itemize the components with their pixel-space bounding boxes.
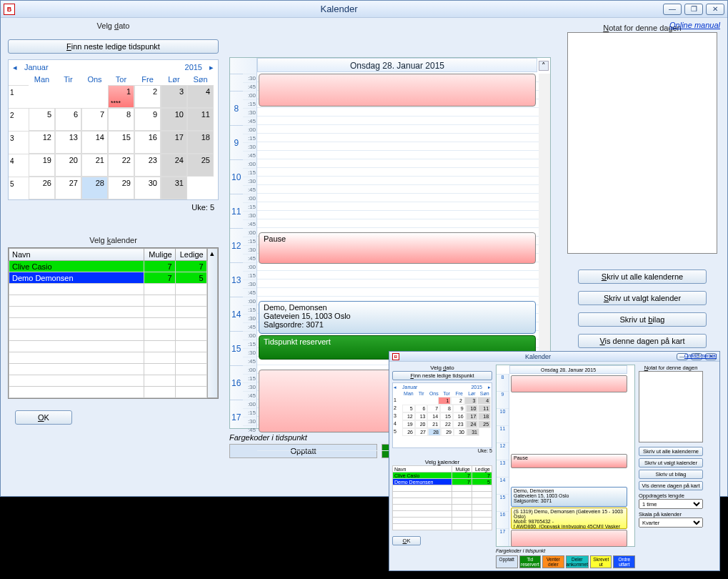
appointment-pause[interactable]: Pause [259, 232, 536, 264]
kal-row-empty[interactable] [9, 307, 207, 318]
kal-row-empty[interactable] [9, 295, 207, 307]
kal-row-empty[interactable] [9, 375, 207, 387]
right-button-3[interactable]: Vis denne dagen på kart [578, 334, 707, 348]
preview-day-header: Onsdag 28. Januar 2015 [509, 365, 627, 374]
close-button[interactable]: ✕ [706, 4, 724, 15]
cal-day-13[interactable]: 13 [55, 131, 81, 154]
right-button-1[interactable]: Skriv ut valgt kalender [578, 291, 707, 305]
preview-pause[interactable]: Pause [511, 454, 627, 468]
preview-right-button-1[interactable]: Skriv ut valgt kalender [639, 458, 703, 467]
kalender-scrollbar[interactable]: ▴ [207, 248, 218, 398]
cal-day-4[interactable]: 4 [187, 85, 214, 108]
kal-row[interactable]: Clive Casio77 [9, 261, 207, 272]
cal-day-5[interactable]: 5 [29, 108, 55, 131]
preview-finn-neste[interactable]: Finn neste ledige tidspunkt [392, 371, 492, 380]
cal-day-28[interactable]: 28 [81, 177, 108, 199]
col-mulige[interactable]: Mulige [144, 249, 175, 261]
cal-day-6[interactable]: 6 [55, 108, 81, 131]
cal-day-20[interactable]: 20 [55, 154, 81, 177]
next-month-button[interactable]: ▸ [205, 60, 218, 75]
finn-neste-button[interactable]: Finn neste ledige tidspunkt [8, 39, 219, 54]
col-navn[interactable]: Navn [9, 249, 144, 261]
cal-day-12[interactable]: 12 [29, 131, 55, 154]
cal-day-1[interactable]: 1**** [108, 85, 134, 108]
online-manual-link[interactable]: Online manual [669, 21, 720, 29]
kalender-table[interactable]: Navn Mulige Ledige Clive Casio77Demo Dem… [9, 248, 207, 398]
notat-textarea[interactable] [567, 32, 717, 254]
month-calendar[interactable]: ◂ Januar 2015 ▸ ManTirOnsTorFreLørSøn 11… [8, 59, 219, 200]
right-button-2[interactable]: Skriv ut bilag [578, 312, 707, 327]
cal-day-17[interactable]: 17 [161, 131, 187, 154]
preview-legend-2: Venter deler [542, 555, 564, 568]
kal-row[interactable]: Demo Demonsen75 [9, 272, 207, 284]
cal-day-11[interactable]: 11 [187, 108, 214, 131]
kal-row-empty[interactable] [9, 284, 207, 295]
preview-right-button-0[interactable]: Skriv ut alle kalenderne [639, 447, 703, 456]
preview-velg-dato: Velg dato [392, 365, 492, 371]
ok-button[interactable]: OK [15, 410, 72, 425]
preview-right-button-2[interactable]: Skriv ut bilag [639, 470, 703, 479]
preview-month-cal[interactable]: ◂Januar2015▸ ManTirOnsTorFreLørSøn 11234… [392, 382, 492, 448]
kal-row-empty[interactable] [9, 341, 207, 352]
cal-day-10[interactable]: 10 [161, 108, 187, 131]
cal-day-21[interactable]: 21 [81, 154, 108, 177]
cal-day-31[interactable]: 31 [161, 177, 187, 199]
prev-month-button[interactable]: ◂ [9, 60, 21, 75]
cal-day-8[interactable]: 8 [108, 108, 134, 131]
cal-day-16[interactable]: 16 [134, 131, 161, 154]
cal-day-23[interactable]: 23 [134, 154, 161, 177]
cal-day-30[interactable]: 30 [134, 177, 161, 199]
kal-row-empty[interactable] [9, 352, 207, 364]
cal-day-29[interactable]: 29 [108, 177, 134, 199]
day-scroll-up[interactable]: ˄ [539, 61, 549, 71]
kal-row-empty[interactable] [9, 387, 207, 398]
week-4: 4 [9, 154, 29, 177]
preview-online-manual[interactable]: Online manual [684, 353, 717, 358]
cal-day-9[interactable]: 9 [134, 108, 161, 131]
preview-kal-table[interactable]: NavnMuligeLedige Clive Casio77 Demo Demo… [392, 465, 492, 530]
appointment-appt[interactable]: Demo, DemonsenGateveien 15, 1003 OsloSal… [259, 301, 536, 334]
kal-row-empty[interactable] [9, 364, 207, 375]
cal-day-3[interactable]: 3 [161, 85, 187, 108]
cal-day-18[interactable]: 18 [187, 131, 214, 154]
cal-day-15[interactable]: 15 [108, 131, 134, 154]
minimize-button[interactable]: — [663, 4, 682, 15]
preview-busy-1[interactable] [511, 375, 627, 392]
preview-ok[interactable]: OK [392, 536, 421, 545]
preview-title: Kalender [399, 353, 677, 360]
preview-busy-2[interactable] [511, 530, 627, 547]
week-1: 1 [9, 85, 29, 108]
cal-day-24[interactable]: 24 [161, 154, 187, 177]
preview-legend-0: Opptatt [496, 555, 518, 568]
preview-velg-kalender: Velg kalender [392, 459, 492, 465]
preview-skala-select[interactable]: Kvarter [639, 518, 703, 528]
preview-right-button-3[interactable]: Vis denne dagen på kart [639, 481, 703, 490]
week-3: 3 [9, 131, 29, 154]
cal-day-27[interactable]: 27 [55, 177, 81, 199]
kal-row-empty[interactable] [9, 318, 207, 330]
uke-label: Uke: 5 [8, 200, 219, 214]
maximize-button[interactable]: ❐ [684, 4, 703, 15]
preview-oppdrag-select[interactable]: 1 time [639, 499, 703, 509]
cal-day-19[interactable]: 19 [29, 154, 55, 177]
col-ledige[interactable]: Ledige [175, 249, 206, 261]
cal-day-2[interactable]: 2 [134, 85, 161, 108]
right-button-0[interactable]: Skriv ut alle kalenderne [578, 269, 707, 284]
velg-dato-label: Velg dato [8, 21, 219, 30]
cal-day-26[interactable]: 26 [29, 177, 55, 199]
preview-job[interactable]: (S 1319) Demo, Demonsen (Gateveien 15 - … [511, 508, 627, 529]
dow-Ons: Ons [81, 75, 108, 84]
cal-day-22[interactable]: 22 [108, 154, 134, 177]
preview-appt[interactable]: Demo, DemonsenGateveien 15, 1003 OsloSal… [511, 487, 627, 507]
appointment-busy[interactable] [259, 74, 536, 107]
cal-day-14[interactable]: 14 [81, 131, 108, 154]
preview-day-schedule[interactable]: Onsdag 28. Januar 2015 89101112131415161… [496, 365, 635, 547]
cal-day-7[interactable]: 7 [81, 108, 108, 131]
kal-row-empty[interactable] [9, 330, 207, 341]
cal-day-25[interactable]: 25 [187, 154, 214, 177]
preview-notat[interactable] [639, 371, 703, 442]
dow-Lør: Lør [161, 75, 187, 84]
year-label: 2015 [185, 63, 202, 75]
preview-window: B Kalender — ❐ ✕ Online manual Velg dato… [389, 351, 720, 571]
dow-Tor: Tor [108, 75, 134, 84]
